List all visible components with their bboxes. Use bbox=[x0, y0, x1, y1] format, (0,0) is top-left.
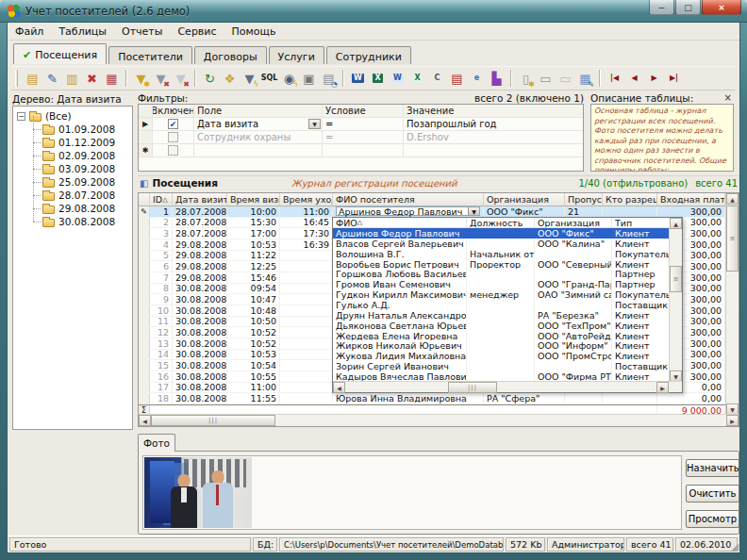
assign-photo-button[interactable]: Назначить bbox=[686, 459, 739, 477]
filter-value-cell[interactable] bbox=[404, 144, 583, 156]
scroll-left-icon[interactable]: ◀ bbox=[139, 415, 151, 426]
column-header-date[interactable]: Дата визита bbox=[173, 193, 227, 206]
table-horizontal-scrollbar[interactable]: ◀|||▶ bbox=[139, 414, 739, 426]
dropdown-row[interactable]: Воробьев Борис ПетровичПроректорООО "Сев… bbox=[333, 259, 682, 270]
scroll-thumb[interactable]: ≡ bbox=[670, 266, 682, 292]
tab-visits[interactable]: ✔Посещения bbox=[13, 43, 107, 64]
preview-icon[interactable]: ▤◔ bbox=[320, 70, 338, 88]
column-header-allowed[interactable]: Кто разрешил bbox=[603, 193, 657, 206]
scroll-right-icon[interactable]: ▶ bbox=[656, 382, 669, 393]
maximize-button[interactable]: □ bbox=[675, 0, 701, 15]
dropdown-vertical-scrollbar[interactable]: ▲≡▼ bbox=[669, 228, 682, 382]
delete-record-icon[interactable]: ✖ bbox=[83, 70, 101, 88]
tab-employees[interactable]: Сотрудники bbox=[326, 46, 411, 64]
close-button[interactable]: × bbox=[702, 0, 741, 15]
dropdown-column-header-org[interactable]: Организация bbox=[535, 218, 612, 227]
filter-field-cell[interactable] bbox=[194, 144, 323, 156]
table-row[interactable]: ✎128.07.200810:0011:00Аршинов Федор Павл… bbox=[139, 206, 739, 218]
dropdown-row[interactable]: Аршинов Федор ПавловичООО "Фикс"Клиент bbox=[333, 228, 682, 239]
table-vertical-scrollbar[interactable]: ▲≡▼ bbox=[725, 193, 739, 416]
table-edit-icon[interactable]: ▦✎ bbox=[576, 70, 594, 88]
dropdown-row[interactable]: Жирков Николай ЮрьевичООО "Информ"Клиент bbox=[333, 340, 682, 351]
filter-condition-cell[interactable] bbox=[323, 144, 404, 156]
dropdown-row[interactable]: Жердева Елена ИгоревнаООО "АвтоРейд"Клие… bbox=[333, 331, 682, 341]
export-excel-doc-icon[interactable]: X bbox=[408, 70, 426, 88]
dropdown-row[interactable]: Дьяконова Светлана ЮрьевнаООО "ТехПром"К… bbox=[333, 321, 682, 331]
menu-help[interactable]: Помощь bbox=[224, 25, 284, 39]
menu-reports[interactable]: Отчеты bbox=[114, 25, 170, 39]
scroll-up-icon[interactable]: ▲ bbox=[726, 193, 739, 205]
refresh-icon[interactable]: ↻ bbox=[201, 70, 219, 88]
column-header-fee[interactable]: Входная плата bbox=[657, 193, 725, 206]
column-header-time_in[interactable]: Время визита bbox=[227, 193, 280, 206]
tab-visitors[interactable]: Посетители bbox=[108, 46, 192, 64]
filter-clear-all-icon[interactable]: ▼✖ bbox=[172, 70, 190, 88]
nav-next-icon[interactable]: ▶ bbox=[645, 70, 663, 88]
table-row[interactable]: 1830.08.200811:55Юрова Инна Владимировна… bbox=[139, 393, 739, 404]
scroll-left-icon[interactable]: ◀ bbox=[333, 382, 345, 393]
nav-prev-icon[interactable]: ◀ bbox=[625, 70, 643, 88]
scroll-thumb[interactable]: ||| bbox=[151, 415, 275, 426]
view-photo-button[interactable]: Просмотр bbox=[686, 510, 739, 528]
menu-tables[interactable]: Таблицы bbox=[51, 25, 114, 39]
export-word-doc-icon[interactable]: W bbox=[389, 70, 407, 88]
dropdown-row[interactable]: Громов Иван СеменовичООО "Гранд-ПартнеПа… bbox=[333, 279, 682, 289]
delete-table-icon[interactable]: ▦ bbox=[103, 70, 121, 88]
edit-record-icon[interactable]: ✎ bbox=[43, 70, 61, 88]
fio-combobox-dropdown-icon[interactable]: ▼ bbox=[468, 207, 479, 215]
nav-first-icon[interactable]: |◀ bbox=[606, 70, 623, 88]
tab-photo[interactable]: Фото bbox=[138, 434, 175, 452]
minimize-button[interactable]: − bbox=[649, 0, 674, 15]
fio-combobox[interactable]: Аршинов Федор Павлович▼ bbox=[336, 206, 480, 216]
filter-condition-cell[interactable]: = bbox=[323, 131, 404, 143]
scroll-up-icon[interactable]: ▲ bbox=[670, 218, 682, 229]
nav-last-icon[interactable]: ▶| bbox=[665, 70, 683, 88]
filter-enabled-checkbox[interactable] bbox=[168, 145, 178, 156]
show-related-icon[interactable]: ❖ bbox=[221, 70, 239, 88]
filter-field-cell[interactable]: Сотрудник охраны bbox=[194, 131, 323, 143]
clear-photo-button[interactable]: Очистить bbox=[686, 485, 739, 502]
titlebar[interactable]: Учет посетителей (2.6 демо) − □ × bbox=[0, 0, 747, 23]
column-header-pass[interactable]: Пропуск bbox=[565, 193, 603, 206]
filter-enabled-checkbox[interactable] bbox=[168, 132, 178, 142]
export-word-icon[interactable]: W bbox=[349, 70, 367, 88]
filter-condition-cell[interactable]: = bbox=[323, 118, 404, 130]
filter-row[interactable]: ▶✔Дата визита▼=Позапрошлый год bbox=[139, 118, 583, 131]
dropdown-column-header-dolzh[interactable]: Должность bbox=[467, 218, 535, 227]
filter-exec-icon[interactable]: ▼ϟ bbox=[241, 70, 258, 88]
tree-item[interactable]: 30.08.2008 bbox=[15, 215, 130, 228]
column-header-fio[interactable]: ФИО посетителя bbox=[333, 193, 484, 206]
dropdown-row[interactable]: Зорин Сергей ИвановичПоставщик bbox=[333, 361, 682, 371]
sql-icon[interactable]: SQL bbox=[260, 70, 278, 88]
dropdown-row[interactable]: Жукова Лидия МихайловнаООО "ПромСтрой"Кл… bbox=[333, 351, 682, 361]
dropdown-column-header-tip[interactable]: Тип bbox=[612, 218, 671, 227]
scroll-thumb[interactable]: ≡ bbox=[726, 206, 739, 272]
dropdown-row[interactable]: Гудкон Кирилл МаксимовичменеджерОАО "Зим… bbox=[333, 289, 682, 300]
dropdown-row[interactable]: Горшкова Любовь ВасильевнаПартнер bbox=[333, 269, 682, 279]
dropdown-horizontal-scrollbar[interactable]: ◀|||▶ bbox=[333, 381, 682, 392]
dropdown-column-header-fio[interactable]: ФИО △ bbox=[333, 218, 467, 227]
toolbar-grip[interactable] bbox=[15, 70, 18, 87]
filter-row[interactable]: ✱ bbox=[139, 144, 583, 157]
dropdown-row[interactable]: Волошина В.Г.Начальник отделаПокупатель bbox=[333, 249, 682, 259]
device-download-icon[interactable]: ▭ bbox=[556, 70, 574, 88]
tab-services[interactable]: Услуги bbox=[269, 46, 324, 64]
filter-row[interactable]: Сотрудник охраны=D.Ershov bbox=[139, 131, 583, 144]
device-upload-icon[interactable]: ▭ bbox=[537, 70, 555, 88]
column-header-id[interactable]: ID △ bbox=[150, 193, 173, 206]
tab-contracts[interactable]: Договоры bbox=[194, 46, 267, 64]
column-header-time_out[interactable]: Время ухода bbox=[280, 193, 333, 206]
dropdown-row[interactable]: Власов Сергей ВалерьевичООО "Калина"Клие… bbox=[333, 239, 682, 249]
print-icon[interactable]: ▣ bbox=[300, 70, 318, 88]
filter-clear-icon[interactable]: ▼✖ bbox=[152, 70, 170, 88]
column-header-sel[interactable] bbox=[139, 193, 150, 206]
tree-collapse-icon[interactable]: − bbox=[17, 112, 25, 121]
close-description-icon[interactable]: × bbox=[722, 92, 734, 104]
column-header-org[interactable]: Организация bbox=[484, 193, 565, 206]
export-html-icon[interactable]: ▤ bbox=[448, 70, 466, 88]
add-record-icon[interactable]: ▤ bbox=[24, 70, 42, 88]
menu-service[interactable]: Сервис bbox=[170, 25, 224, 39]
export-csv-icon[interactable]: C bbox=[428, 70, 446, 88]
find-icon[interactable]: ◉ϟ bbox=[280, 70, 298, 88]
filter-enabled-checkbox[interactable]: ✔ bbox=[168, 119, 178, 129]
